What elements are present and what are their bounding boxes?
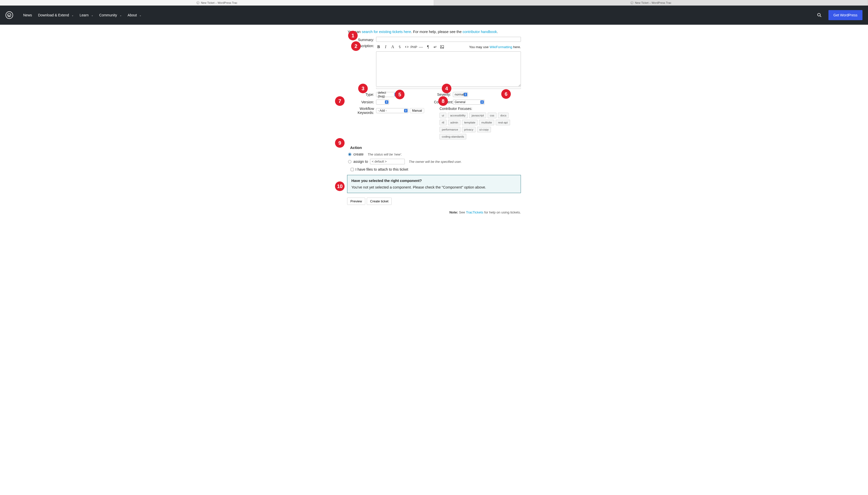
wikiformatting-link[interactable]: WikiFormatting <box>490 45 512 49</box>
focus-chip-privacy[interactable]: privacy <box>462 127 476 132</box>
action-create-label: create <box>353 152 364 156</box>
manual-button[interactable]: Manual <box>410 108 424 113</box>
create-ticket-button[interactable]: Create ticket <box>367 198 392 205</box>
svg-point-1 <box>631 1 633 4</box>
italic-icon[interactable]: I <box>383 44 388 49</box>
assign-to-input[interactable] <box>370 159 405 164</box>
focus-chip-accessibility[interactable]: accessibility <box>448 113 468 118</box>
action-assign-row: assign to The owner will be the specifie… <box>348 159 521 164</box>
focus-chip-ui[interactable]: ui <box>440 113 446 118</box>
version-label: Version: <box>347 100 376 104</box>
contributor-handbook-link[interactable]: contributor handbook <box>462 30 497 34</box>
summary-input[interactable] <box>376 37 521 42</box>
focus-chip-ui-copy[interactable]: ui-copy <box>477 127 491 132</box>
marker-3: 3 <box>358 84 368 93</box>
footnote: Note: See TracTickets for help on using … <box>347 210 521 214</box>
component-warning-message: You've not yet selected a component. Ple… <box>351 185 517 189</box>
get-wordpress-button[interactable]: Get WordPress <box>829 10 863 20</box>
wikiformatting-hint: You may use WikiFormatting here. <box>469 45 521 49</box>
chevron-down-icon: ⌄ <box>72 14 74 17</box>
image-icon[interactable] <box>440 44 445 49</box>
description-row: Description: B I A PHP — ¶ ↵ You may use… <box>347 44 521 89</box>
nav-community[interactable]: Community⌄ <box>96 11 125 19</box>
focuses-chips: uiaccessibilityjavascriptcssdocsrtladmin… <box>434 113 512 139</box>
focus-chip-docs[interactable]: docs <box>498 113 509 118</box>
summary-row: Summary: <box>347 37 521 42</box>
select-arrows-icon: ▲▼ <box>464 93 467 96</box>
link-icon[interactable] <box>397 44 402 49</box>
focus-chip-coding-standards[interactable]: coding-standards <box>440 134 466 139</box>
wordpress-logo[interactable] <box>5 11 13 19</box>
action-section: Action create The status will be 'new'. … <box>347 146 521 214</box>
browser-tab-1-title: New Ticket – WordPress Trac <box>201 1 237 4</box>
svg-rect-4 <box>441 45 444 48</box>
marker-1: 1 <box>348 31 358 40</box>
preview-button[interactable]: Preview <box>347 198 365 205</box>
php-button[interactable]: PHP <box>411 44 417 49</box>
attach-label: I have files to attach to this ticket <box>355 167 408 171</box>
action-create-hint: The status will be 'new'. <box>368 153 402 156</box>
version-row: Version: ▲▼ <box>347 99 434 105</box>
svg-point-0 <box>196 1 199 4</box>
browser-tabs-bar: New Ticket – WordPress Trac New Ticket –… <box>0 0 868 5</box>
focus-chip-admin[interactable]: admin <box>448 120 460 125</box>
nav-learn[interactable]: Learn⌄ <box>76 11 96 19</box>
workflow-select[interactable]: - Add -▲▼ <box>376 108 408 113</box>
hr-icon[interactable]: — <box>419 44 423 49</box>
chevron-down-icon: ⌄ <box>139 14 141 17</box>
select-arrows-icon: ▲▼ <box>404 109 408 113</box>
workflow-row: Workflow Keywords: - Add -▲▼ Manual <box>347 107 434 115</box>
tractickets-link[interactable]: TracTickets <box>466 210 483 214</box>
focuses-label: Contributor Focuses: <box>434 107 521 110</box>
site-header: News Download & Extend⌄ Learn⌄ Community… <box>0 5 868 25</box>
heading-icon[interactable]: A <box>390 44 395 49</box>
search-icon[interactable] <box>816 12 823 19</box>
bold-icon[interactable]: B <box>376 44 381 49</box>
marker-5: 5 <box>395 90 405 99</box>
nav-about[interactable]: About⌄ <box>125 11 145 19</box>
description-textarea[interactable] <box>376 51 521 87</box>
newline-icon[interactable]: ↵ <box>432 44 438 49</box>
focus-chip-multisite[interactable]: multisite <box>479 120 494 125</box>
marker-2: 2 <box>351 41 361 51</box>
action-title: Action <box>350 146 521 150</box>
attach-row: I have files to attach to this ticket <box>351 167 521 171</box>
marker-8: 8 <box>438 96 448 106</box>
marker-9: 9 <box>335 138 344 148</box>
select-arrows-icon: ▲▼ <box>385 100 388 104</box>
action-assign-radio[interactable] <box>348 160 351 163</box>
marker-10: 10 <box>335 182 344 191</box>
description-toolbar: B I A PHP — ¶ ↵ You may use WikiFormatti… <box>376 44 521 50</box>
action-assign-hint: The owner will be the specified user. <box>409 160 462 164</box>
code-icon[interactable] <box>404 44 409 49</box>
focus-chip-rest-api[interactable]: rest-api <box>496 120 510 125</box>
severity-label: Severity: <box>434 92 453 97</box>
attach-checkbox[interactable] <box>351 168 354 171</box>
action-create-row: create The status will be 'new'. <box>348 152 521 156</box>
component-select[interactable]: General▲▼ <box>453 100 485 105</box>
focus-chip-css[interactable]: css <box>488 113 496 118</box>
nav-download-extend[interactable]: Download & Extend⌄ <box>35 11 76 19</box>
intro-text: You can search for existing tickets here… <box>348 30 521 34</box>
focuses-section: Contributor Focuses: uiaccessibilityjava… <box>434 107 521 139</box>
browser-tab-1[interactable]: New Ticket – WordPress Trac <box>0 0 434 5</box>
focus-chip-rtl[interactable]: rtl <box>440 120 447 125</box>
severity-select[interactable]: normal▲▼ <box>453 92 468 97</box>
action-assign-label: assign to <box>353 159 368 164</box>
ticket-form: 1 2 3 4 5 6 7 8 9 10 You can search for … <box>347 25 521 224</box>
marker-7: 7 <box>335 96 344 106</box>
search-existing-link[interactable]: search for existing tickets here <box>362 30 411 34</box>
focus-chip-template[interactable]: template <box>462 120 478 125</box>
action-create-radio[interactable] <box>348 153 351 156</box>
wordpress-favicon <box>631 1 634 4</box>
nav-news[interactable]: News <box>20 11 35 19</box>
version-select[interactable]: ▲▼ <box>376 100 389 105</box>
ticket-properties: Type: defect (bug)▲▼ Version: ▲▼ Workflo… <box>347 91 521 139</box>
svg-point-2 <box>817 13 820 16</box>
main-nav: News Download & Extend⌄ Learn⌄ Community… <box>20 11 144 19</box>
focus-chip-javascript[interactable]: javascript <box>469 113 486 118</box>
paragraph-icon[interactable]: ¶ <box>425 44 430 49</box>
browser-tab-2[interactable]: New Ticket – WordPress Trac <box>434 0 868 5</box>
chevron-down-icon: ⌄ <box>91 14 93 17</box>
focus-chip-performance[interactable]: performance <box>440 127 460 132</box>
